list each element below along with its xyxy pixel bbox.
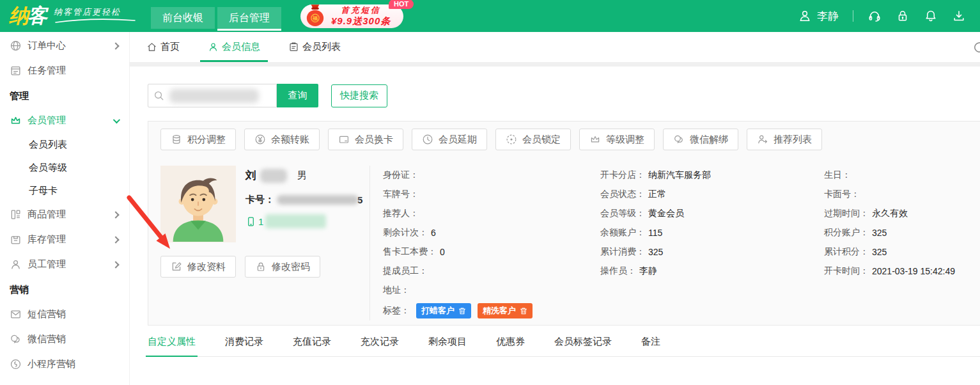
chevron-right-icon: [112, 42, 119, 49]
details-column-1: 身份证： 车牌号： 推荐人： 剩余计次：6 售卡工本费：0 提成员工： 地址： …: [383, 166, 600, 320]
balance-transfer-button[interactable]: 余额转账: [244, 129, 320, 150]
brand-logo[interactable]: 纳客 纳客管店更轻松: [9, 1, 137, 31]
action-label: 余额转账: [271, 134, 309, 146]
tag-label: 精洗客户: [483, 305, 516, 317]
header-divider: [853, 10, 853, 22]
search-input[interactable]: [148, 84, 277, 107]
field-value: 2021-03-19 15:42:49: [872, 266, 955, 276]
record-tab-count-recharge[interactable]: 充次记录: [361, 326, 399, 356]
edit-password-button[interactable]: 修改密码: [245, 256, 320, 278]
wechat-unbind-button[interactable]: 微信解绑: [663, 129, 738, 150]
promo-banner[interactable]: 福 首充短信 ¥9.9送300条 HOT: [300, 4, 403, 28]
sidebar-item-goods-management[interactable]: 商品管理: [0, 202, 129, 227]
member-tags-row: 标签： 打蜡客户 精洗客户: [383, 301, 600, 320]
query-button[interactable]: 查询: [277, 84, 318, 107]
field-value: 325: [872, 228, 887, 238]
sidebar-item-staff-management[interactable]: 员工管理: [0, 252, 129, 277]
sidebar-item-sms-marketing[interactable]: 短信营销: [0, 302, 129, 327]
record-tab-custom-attributes[interactable]: 自定义属性: [148, 326, 196, 356]
member-tag[interactable]: 精洗客户: [478, 303, 533, 318]
lock-icon[interactable]: [896, 9, 910, 23]
tab-label: 会员列表: [302, 41, 341, 53]
record-tab-coupons[interactable]: 优惠券: [496, 326, 525, 356]
field-value: 纳新汽车服务部: [648, 169, 711, 181]
record-tab-member-tag-records[interactable]: 会员标签记录: [554, 326, 612, 356]
download-icon[interactable]: [952, 9, 966, 23]
headset-icon[interactable]: [867, 9, 882, 23]
member-tag[interactable]: 打蜡客户: [416, 303, 471, 318]
sidebar-subitem-parent-child-card[interactable]: 子母卡: [0, 179, 129, 202]
edit-pencil-icon: [171, 261, 182, 272]
record-tab-consumption[interactable]: 消费记录: [225, 326, 263, 356]
nav-tab-label: 后台管理: [229, 12, 270, 25]
logo-char-1: 纳: [9, 4, 27, 27]
field-value: 0: [440, 247, 445, 257]
quick-search-button[interactable]: 快捷搜索: [331, 84, 387, 107]
record-tab-remaining-items[interactable]: 剩余项目: [428, 326, 467, 356]
field-label: 开卡时间：: [824, 265, 869, 277]
member-icon: [208, 42, 219, 52]
sidebar-subitem-member-list[interactable]: 会员列表: [0, 133, 129, 156]
tab-label: 首页: [160, 41, 180, 53]
member-name-row: 刘 男: [245, 168, 362, 183]
target-icon: [506, 134, 517, 145]
field-value: 325: [648, 247, 663, 257]
avatar: [160, 166, 236, 242]
referral-list-button[interactable]: 推荐列表: [747, 129, 822, 150]
sidebar-item-inventory-management[interactable]: 库存管理: [0, 227, 129, 252]
hot-badge: HOT: [389, 0, 414, 9]
trash-icon[interactable]: [520, 307, 527, 315]
tab-member-info[interactable]: 会员信息: [208, 32, 260, 62]
sidebar-item-miniprogram-marketing[interactable]: 小程序营销: [0, 352, 129, 377]
tab-member-list[interactable]: 会员列表: [288, 32, 341, 62]
tag-label: 打蜡客户: [421, 305, 455, 317]
main-area: 首页 会员信息 会员列表 查询 快捷搜索: [130, 32, 980, 385]
crown-icon: [10, 114, 22, 127]
member-extend-button[interactable]: 会员延期: [412, 129, 487, 150]
member-edit-buttons: 修改资料 修改密码: [160, 256, 369, 278]
sidebar-item-task-management[interactable]: 任务管理: [0, 58, 129, 83]
record-tab-recharge[interactable]: 充值记录: [293, 326, 331, 356]
card-replace-button[interactable]: 会员换卡: [328, 129, 403, 150]
refresh-icon[interactable]: [972, 40, 980, 54]
bell-icon[interactable]: [924, 9, 938, 23]
record-tab-notes[interactable]: 备注: [641, 326, 660, 356]
person-icon: [10, 258, 22, 271]
goods-icon: [10, 208, 22, 221]
record-tabs: 自定义属性 消费记录 充值记录 充次记录 剩余项目 优惠券 会员标签记录 备注: [148, 326, 980, 357]
sidebar-item-order-center[interactable]: 订单中心: [0, 33, 129, 58]
current-user[interactable]: 李静: [798, 9, 839, 24]
main-layout: 订单中心 任务管理 管理 会员管理 会员列表 会员等级 子母卡 商品管理 库存管…: [0, 32, 980, 385]
header-nav-tabs: 前台收银 后台管理: [151, 0, 284, 32]
field-label: 操作员：: [600, 265, 636, 277]
avatar-illustration: [160, 166, 236, 242]
svg-text:福: 福: [312, 15, 318, 21]
points-adjust-button[interactable]: 积分调整: [160, 129, 236, 150]
member-lock-button[interactable]: 会员锁定: [495, 129, 571, 150]
nav-tab-label: 前台收银: [162, 12, 203, 25]
money-bag-icon: 福: [303, 2, 327, 28]
nav-tab-front-cashier[interactable]: 前台收银: [151, 7, 215, 29]
envelope-icon: [10, 308, 22, 320]
member-summary: 刘 男 卡号： 5 1: [160, 166, 369, 320]
sidebar-subitem-member-level[interactable]: 会员等级: [0, 156, 129, 179]
level-adjust-button[interactable]: 等级调整: [579, 129, 655, 150]
sidebar-item-member-management[interactable]: 会员管理: [0, 108, 129, 133]
field-label: 售卡工本费：: [383, 246, 437, 258]
promo-line-1: 首充短信: [331, 6, 391, 15]
coins-icon: [171, 134, 182, 145]
tab-home[interactable]: 首页: [146, 32, 180, 62]
user-icon: [798, 9, 812, 23]
sidebar-item-wechat-marketing[interactable]: 微信营销: [0, 327, 129, 352]
wechat-icon: [10, 333, 22, 345]
field-value: 115: [648, 228, 662, 238]
member-detail-card: 积分调整 余额转账 会员换卡 会员延期: [148, 121, 980, 326]
edit-profile-button[interactable]: 修改资料: [160, 256, 236, 278]
field-label: 开卡分店：: [600, 169, 645, 181]
field-label: 卡面号：: [824, 189, 860, 200]
field-value: 李静: [639, 265, 657, 277]
app-header: 纳客 纳客管店更轻松 前台收银 后台管理 福 首充短信 ¥9.9送300条 HO…: [0, 0, 980, 32]
trash-icon[interactable]: [458, 307, 466, 315]
sidebar: 订单中心 任务管理 管理 会员管理 会员列表 会员等级 子母卡 商品管理 库存管…: [0, 32, 130, 385]
nav-tab-backend-admin[interactable]: 后台管理: [217, 7, 281, 29]
